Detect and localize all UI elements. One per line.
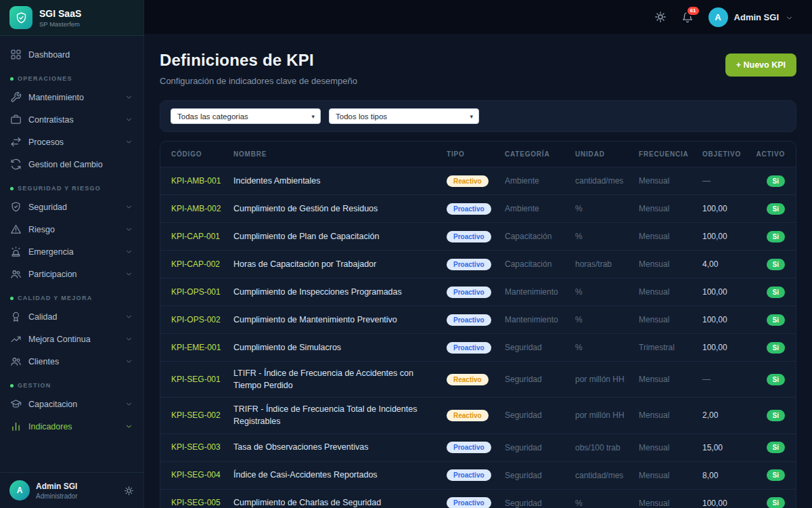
sidebar-item-procesos[interactable]: Procesos xyxy=(0,131,143,153)
kpi-categoria: Ambiente xyxy=(505,176,575,186)
kpi-unidad: cantidad/mes xyxy=(575,471,639,480)
user-menu[interactable]: A Admin SGI xyxy=(708,7,794,27)
sidebar-item-emergencia[interactable]: Emergencia xyxy=(0,240,143,263)
brand: SGI SaaS SP Masterfem xyxy=(0,0,143,36)
activo-badge[interactable]: Si xyxy=(767,342,785,354)
activo-badge[interactable]: Si xyxy=(767,287,785,298)
kpi-unidad: % xyxy=(575,287,639,297)
activo-badge[interactable]: Si xyxy=(767,410,785,421)
column-header-categoria: CATEGORÍA xyxy=(505,150,575,158)
table-row[interactable]: KPI-AMB-001Incidentes AmbientalesReactiv… xyxy=(160,167,796,194)
sidebar: SGI SaaS SP Masterfem DashboardOPERACION… xyxy=(0,0,144,508)
main-content: Definiciones de KPI Configuración de ind… xyxy=(144,34,812,508)
sidebar-item-gestion-del-cambio[interactable]: Gestion del Cambio xyxy=(0,153,143,175)
table-row[interactable]: KPI-SEG-004Índice de Casi-Accidentes Rep… xyxy=(160,461,796,489)
table-row[interactable]: KPI-CAP-002Horas de Capacitación por Tra… xyxy=(160,250,796,278)
kpi-unidad: obs/100 trab xyxy=(575,443,639,452)
page-header: Definiciones de KPI Configuración de ind… xyxy=(160,48,796,86)
sidebar-item-clientes[interactable]: Clientes xyxy=(0,350,143,373)
kpi-name: Índice de Casi-Accidentes Reportados xyxy=(233,469,447,481)
kpi-unidad: horas/trab xyxy=(575,259,639,269)
column-header-activo: ACTIVO xyxy=(756,150,785,158)
theme-toggle-icon[interactable] xyxy=(124,486,134,496)
user-name: Admin SGI xyxy=(36,482,78,491)
activo-badge[interactable]: Si xyxy=(767,231,785,242)
activo-badge[interactable]: Si xyxy=(767,259,785,270)
table-row[interactable]: KPI-OPS-001Cumplimiento de Inspecciones … xyxy=(160,278,796,305)
activo-badge[interactable]: Si xyxy=(767,469,785,481)
user-role: Administrador xyxy=(36,492,78,500)
table-row[interactable]: KPI-EME-001Cumplimiento de SimulacrosPro… xyxy=(160,333,796,361)
sidebar-section-seguridad-y-riesgo: SEGURIDAD Y RIESGO xyxy=(10,185,133,192)
kpi-frecuencia: Mensual xyxy=(639,499,702,508)
kpi-categoria: Seguridad xyxy=(505,375,575,384)
kpi-code: KPI-OPS-002 xyxy=(171,314,233,325)
activo-badge[interactable]: Si xyxy=(767,314,785,326)
category-filter-select[interactable]: Todas las categorias xyxy=(171,108,321,124)
user-avatar: A xyxy=(9,480,30,501)
sidebar-item-calidad[interactable]: Calidad xyxy=(0,305,143,328)
sidebar-item-mantenimiento[interactable]: Mantenimiento xyxy=(0,86,143,108)
table-row[interactable]: KPI-SEG-002TRIFR - Índice de Frecuencia … xyxy=(160,397,796,433)
notification-count-badge: 61 xyxy=(686,5,700,16)
theme-toggle-icon[interactable] xyxy=(654,11,667,23)
activo-badge[interactable]: Si xyxy=(767,442,785,453)
sidebar-item-dashboard[interactable]: Dashboard xyxy=(0,43,143,66)
award-icon xyxy=(10,311,22,322)
kpi-unidad: % xyxy=(575,204,639,213)
kpi-name: Cumplimiento de Gestión de Residuos xyxy=(233,203,447,215)
sidebar-item-contratistas[interactable]: Contratistas xyxy=(0,108,143,131)
table-row[interactable]: KPI-OPS-002Cumplimiento de Mantenimiento… xyxy=(160,305,796,333)
kpi-unidad: % xyxy=(575,343,639,352)
chevron-down-icon xyxy=(125,115,133,124)
topbar: 61 A Admin SGI xyxy=(144,0,812,34)
sidebar-item-label: Seguridad xyxy=(28,203,67,212)
kpi-frecuencia: Mensual xyxy=(639,471,702,480)
sidebar-item-mejora-continua[interactable]: Mejora Continua xyxy=(0,328,143,350)
kpi-unidad: % xyxy=(575,232,639,241)
app-root: SGI SaaS SP Masterfem DashboardOPERACION… xyxy=(0,0,812,508)
chevron-down-icon xyxy=(125,270,133,278)
tipo-badge: Proactivo xyxy=(447,287,491,298)
sidebar-item-label: Mejora Continua xyxy=(28,335,91,344)
activo-badge[interactable]: Si xyxy=(767,175,785,187)
sidebar-item-participacion[interactable]: Participacion xyxy=(0,263,143,285)
kpi-table: CÓDIGONOMBRETIPOCATEGORÍAUNIDADFRECUENCI… xyxy=(160,141,796,508)
table-row[interactable]: KPI-SEG-005Cumplimiento de Charlas de Se… xyxy=(160,489,796,508)
table-row[interactable]: KPI-AMB-002Cumplimiento de Gestión de Re… xyxy=(160,194,796,222)
sidebar-item-indicadores[interactable]: Indicadores xyxy=(0,415,143,438)
table-row[interactable]: KPI-CAP-001Cumplimiento de Plan de Capac… xyxy=(160,222,796,250)
sidebar-item-label: Mantenimiento xyxy=(28,93,84,102)
kpi-objetivo: 100,00 xyxy=(702,287,752,297)
column-header-nombre: NOMBRE xyxy=(233,150,447,158)
kpi-frecuencia: Mensual xyxy=(639,443,702,452)
kpi-objetivo: — xyxy=(702,176,752,186)
notifications-button[interactable]: 61 xyxy=(681,11,694,23)
sidebar-item-riesgo[interactable]: Riesgo xyxy=(0,218,143,240)
kpi-categoria: Capacitación xyxy=(505,232,575,241)
main-panel: 61 A Admin SGI Definiciones de KPI Confi… xyxy=(144,0,812,508)
tipo-badge: Proactivo xyxy=(447,342,491,354)
chevron-down-icon xyxy=(125,357,133,366)
type-filter-select[interactable]: Todos los tipos xyxy=(329,108,479,124)
sidebar-item-seguridad[interactable]: Seguridad xyxy=(0,196,143,218)
tipo-badge: Proactivo xyxy=(447,231,491,242)
page-title-block: Definiciones de KPI Configuración de ind… xyxy=(160,48,357,86)
chevron-down-icon xyxy=(125,335,133,343)
table-row[interactable]: KPI-SEG-003Tasa de Observaciones Prevent… xyxy=(160,433,796,461)
new-kpi-button[interactable]: + Nuevo KPI xyxy=(725,54,796,77)
activo-badge[interactable]: Si xyxy=(767,497,785,508)
chevron-down-icon xyxy=(125,93,133,102)
app-logo-icon xyxy=(9,6,32,29)
tipo-badge: Proactivo xyxy=(447,259,491,270)
users-icon xyxy=(10,268,22,280)
kpi-code: KPI-SEG-002 xyxy=(171,410,233,421)
activo-badge[interactable]: Si xyxy=(767,203,785,215)
table-body: KPI-AMB-001Incidentes AmbientalesReactiv… xyxy=(160,167,796,508)
sidebar-item-label: Gestion del Cambio xyxy=(28,160,103,169)
activo-badge[interactable]: Si xyxy=(767,374,785,385)
sidebar-item-capacitacion[interactable]: Capacitacion xyxy=(0,393,143,415)
table-row[interactable]: KPI-SEG-001LTIFR - Índice de Frecuencia … xyxy=(160,361,796,397)
kpi-frecuencia: Mensual xyxy=(639,287,702,297)
page-subtitle: Configuración de indicadores clave de de… xyxy=(160,76,357,86)
